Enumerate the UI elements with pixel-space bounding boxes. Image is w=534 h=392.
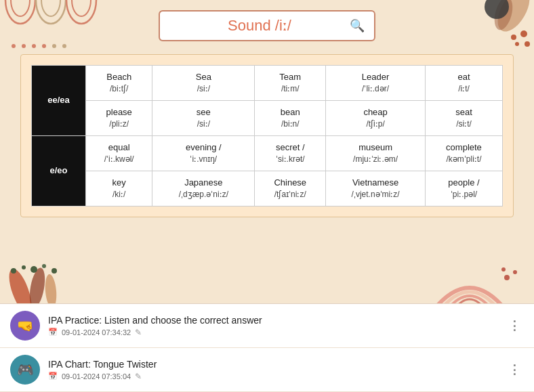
activity-content-2: IPA Chart: Tongue Twister 📅 09-01-2024 0… — [48, 359, 505, 381]
svg-point-18 — [525, 41, 530, 47]
cell-word: evening / — [156, 141, 251, 154]
cell-ipa: /tʃaɪˈniːz/ — [258, 189, 322, 200]
svg-point-26 — [52, 268, 57, 274]
cell-ipa: /kiː/ — [89, 189, 148, 200]
table-cell: bean /biːn/ — [255, 100, 326, 135]
activity-meta-2: 📅 09-01-2024 07:35:04 ✎ — [48, 372, 505, 381]
cell-word: see — [156, 106, 251, 118]
decoration-bottom-left — [0, 237, 88, 305]
table-cell: Sea /siː/ — [152, 66, 255, 101]
cell-word: Sea — [156, 71, 251, 83]
more-button-1[interactable]: ⋮ — [505, 318, 524, 333]
cell-word: Beach — [89, 71, 148, 83]
table-cell: seat /siːt/ — [425, 100, 502, 135]
edit-icon-2: ✎ — [135, 372, 142, 381]
svg-point-6 — [12, 44, 16, 48]
edit-icon-1: ✎ — [135, 328, 142, 337]
table-cell: Chinese /tʃaɪˈniːz/ — [255, 171, 326, 206]
cell-ipa: /biːn/ — [258, 118, 322, 130]
svg-point-27 — [504, 275, 510, 280]
cell-word: bean — [258, 106, 322, 118]
activity-content-1: IPA Practice: Listen and choose the corr… — [48, 315, 505, 337]
svg-point-15 — [511, 35, 516, 40]
svg-point-25 — [42, 264, 46, 268]
cell-ipa: /kəmˈpliːt/ — [429, 154, 499, 165]
row-label-eeea: ee/ea — [32, 66, 86, 136]
svg-point-23 — [22, 265, 26, 269]
svg-point-7 — [22, 44, 26, 48]
svg-point-4 — [66, 0, 96, 24]
calendar-icon-1: 📅 — [48, 328, 58, 336]
cell-ipa: /siː/ — [156, 118, 251, 130]
table-cell: people / ˈpiː.pəl/ — [425, 171, 502, 206]
search-button[interactable]: 🔍 — [350, 18, 365, 33]
table-cell: equal /ˈiː.kwəl/ — [86, 135, 152, 171]
cell-word: equal — [89, 141, 148, 154]
cell-ipa: /iːt/ — [429, 83, 499, 95]
svg-point-1 — [11, 0, 30, 16]
activity-date-1: 09-01-2024 07:34:32 — [62, 328, 131, 336]
table-row: please /pliːz/ see /siː/ bean /biːn/ che… — [32, 100, 503, 135]
svg-point-21 — [44, 274, 58, 305]
svg-point-9 — [42, 44, 46, 48]
table-cell: Leader /ˈliː.dər/ — [326, 66, 426, 101]
table-cell: see /siː/ — [152, 100, 255, 135]
activity-item-1: 🤜 IPA Practice: Listen and choose the co… — [0, 304, 534, 348]
cell-ipa: /ˈliː.dər/ — [329, 83, 422, 95]
table-cell: eat /iːt/ — [425, 66, 502, 101]
table-cell: Team /tiːm/ — [255, 66, 326, 101]
cell-ipa: /tʃiːp/ — [329, 118, 422, 130]
table-cell: museum /mjuːˈziː.əm/ — [326, 135, 426, 171]
activity-section: 🤜 IPA Practice: Listen and choose the co… — [0, 303, 534, 392]
cell-word: secret / — [258, 141, 322, 154]
svg-point-29 — [501, 267, 506, 271]
cell-word: Chinese — [258, 177, 322, 189]
cell-word: Vietnamese — [329, 177, 422, 189]
svg-point-10 — [52, 44, 56, 48]
svg-point-8 — [32, 44, 36, 48]
cell-word: cheap — [329, 106, 422, 118]
table-cell: evening / ˈiː.vnɪŋ/ — [152, 135, 255, 171]
cell-ipa: /biːtʃ/ — [89, 83, 148, 95]
activity-title-2: IPA Chart: Tongue Twister — [48, 359, 505, 370]
cell-word: seat — [429, 106, 499, 118]
svg-point-20 — [27, 267, 47, 305]
svg-point-11 — [62, 44, 66, 48]
svg-point-3 — [41, 0, 60, 16]
avatar-icon-1: 🤜 — [17, 318, 34, 334]
more-button-2[interactable]: ⋮ — [505, 362, 524, 377]
table-row: e/eo equal /ˈiː.kwəl/ evening / ˈiː.vnɪŋ… — [32, 135, 503, 171]
table-row: key /kiː/ Japanese /ˌdʒæp.əˈniːz/ Chines… — [32, 171, 503, 206]
activity-item-2: 🎮 IPA Chart: Tongue Twister 📅 09-01-2024… — [0, 348, 534, 392]
cell-ipa: /pliːz/ — [89, 118, 148, 130]
search-bar: Sound /iː/ 🔍 — [159, 10, 375, 41]
table-cell: complete /kəmˈpliːt/ — [425, 135, 502, 171]
svg-point-0 — [5, 0, 35, 24]
table-cell: Beach /biːtʃ/ — [86, 66, 152, 101]
row-label-eeo: e/eo — [32, 135, 86, 206]
cell-word: Leader — [329, 71, 422, 83]
table-cell: secret / ˈsiː.krət/ — [255, 135, 326, 171]
table-row: ee/ea Beach /biːtʃ/ Sea /siː/ Team /tiːm… — [32, 66, 503, 101]
table-cell: key /kiː/ — [86, 171, 152, 206]
activity-date-2: 09-01-2024 07:35:04 — [62, 372, 131, 380]
cell-word: Team — [258, 71, 322, 83]
cell-word: museum — [329, 141, 422, 154]
cell-word: Japanese — [156, 177, 251, 189]
search-title: Sound /iː/ — [169, 17, 350, 35]
ipa-table-container: ee/ea Beach /biːtʃ/ Sea /siː/ Team /tiːm… — [20, 54, 514, 217]
table-cell: cheap /tʃiːp/ — [326, 100, 426, 135]
svg-point-16 — [520, 30, 527, 37]
svg-point-2 — [36, 0, 66, 24]
cell-ipa: /ˌvjet.nəˈmiːz/ — [329, 189, 422, 200]
calendar-icon-2: 📅 — [48, 372, 58, 380]
cell-word: complete — [429, 141, 499, 154]
cell-word: people / — [429, 177, 499, 189]
cell-ipa: ˈsiː.krət/ — [258, 154, 322, 165]
cell-ipa: /siː/ — [156, 83, 251, 95]
decoration-left — [0, 0, 122, 54]
svg-point-28 — [513, 270, 517, 274]
cell-ipa: ˈpiː.pəl/ — [429, 189, 499, 200]
avatar-1: 🤜 — [10, 311, 40, 341]
cell-ipa: /tiːm/ — [258, 83, 322, 95]
